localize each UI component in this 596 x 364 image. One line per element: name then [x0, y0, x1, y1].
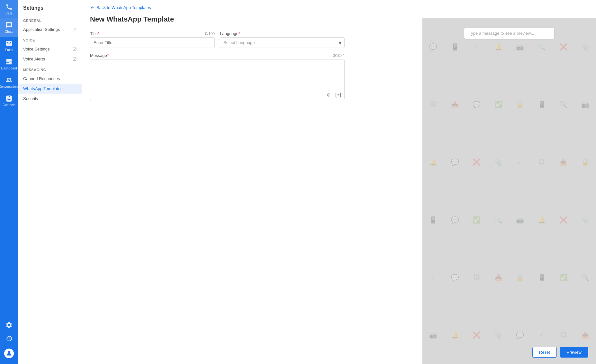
svg-point-0 — [8, 351, 10, 353]
language-select[interactable]: Select Language English Spanish French G… — [220, 37, 345, 48]
contacts-icon — [5, 95, 13, 102]
message-char-count: 0/1024 — [333, 53, 345, 58]
sidebar-item-security[interactable]: Security — [18, 94, 82, 104]
sidebar-item-canned-responses[interactable]: Canned Responses — [18, 74, 82, 84]
chat-icon — [5, 22, 13, 29]
message-toolbar: ☺ [+] — [90, 90, 344, 100]
title-input[interactable] — [90, 37, 215, 48]
external-link-icon — [72, 27, 77, 32]
nav-item-conversations[interactable]: Conversations — [0, 73, 18, 92]
language-label: Language* — [220, 31, 240, 36]
nav-item-history[interactable] — [0, 332, 18, 345]
nav-item-chats[interactable]: Chats — [0, 18, 18, 37]
language-select-wrapper: Select Language English Spanish French G… — [220, 37, 345, 48]
preview-message-box: Type a message to see a preview... — [464, 28, 554, 39]
back-arrow-icon — [90, 5, 95, 10]
settings-sidebar: Settings General Application Settings Vo… — [18, 0, 82, 364]
preview-panel: 💬 📱 ✓ 🔔 📷 🔍 ❌ 📎 🖼 📤 💬 ✅ 🔒 📱 🔍 📷 🔔 💬 ❌ — [422, 18, 596, 364]
nav-item-dashboard[interactable]: Dashboard — [0, 55, 18, 73]
avatar — [4, 349, 14, 358]
nav-item-calls[interactable]: Calls — [0, 0, 18, 18]
nav-item-contacts[interactable]: Contacts — [0, 92, 18, 110]
nav-bottom — [0, 318, 18, 364]
message-group: Message* 0/1024 ☺ [+] — [90, 53, 345, 100]
email-icon — [5, 40, 13, 47]
form-area: Title* 0/100 Language* Select Language E… — [82, 31, 352, 100]
history-icon — [5, 335, 13, 342]
conversations-icon — [5, 77, 13, 84]
emoji-button[interactable]: ☺ — [325, 91, 332, 98]
language-label-row: Language* — [220, 31, 345, 36]
bottom-actions: Reset Preview — [532, 347, 588, 358]
sidebar-item-whatsapp-templates[interactable]: WhatsApp Templates — [18, 84, 82, 94]
nav-item-email[interactable]: Email — [0, 37, 18, 55]
message-label-row: Message* 0/1024 — [90, 53, 345, 58]
title-label: Title* — [90, 31, 99, 36]
title-label-row: Title* 0/100 — [90, 31, 215, 36]
sidebar-item-application-settings[interactable]: Application Settings — [18, 24, 82, 34]
sidebar-item-voice-settings[interactable]: Voice Settings — [18, 44, 82, 54]
dashboard-icon — [5, 58, 13, 65]
external-link-icon-2 — [72, 47, 77, 51]
title-group: Title* 0/100 — [90, 31, 215, 48]
nav-item-profile[interactable] — [0, 345, 18, 364]
language-group: Language* Select Language English Spanis… — [220, 31, 345, 48]
phone-icon — [5, 3, 13, 10]
gear-icon — [5, 322, 13, 329]
sidebar-item-voice-alerts[interactable]: Voice Alerts — [18, 54, 82, 64]
title-language-row: Title* 0/100 Language* Select Language E… — [90, 31, 345, 48]
nav-item-settings[interactable] — [0, 318, 18, 332]
message-label: Message* — [90, 53, 109, 58]
preview-background: 💬 📱 ✓ 🔔 📷 🔍 ❌ 📎 🖼 📤 💬 ✅ 🔒 📱 🔍 📷 🔔 💬 ❌ — [422, 18, 596, 364]
sidebar-section-messaging: Messaging — [18, 64, 82, 74]
external-link-icon-3 — [72, 57, 77, 61]
reset-button[interactable]: Reset — [532, 347, 557, 358]
title-char-count: 0/100 — [205, 32, 215, 36]
back-link[interactable]: Back to WhatsApp Templates — [90, 5, 588, 10]
preview-icons-overlay: 💬 📱 ✓ 🔔 📷 🔍 ❌ 📎 🖼 📤 💬 ✅ 🔒 📱 🔍 📷 🔔 💬 ❌ — [422, 18, 596, 364]
message-textarea[interactable] — [90, 59, 344, 88]
preview-placeholder-text: Type a message to see a preview... — [469, 31, 534, 36]
main-content: Back to WhatsApp Templates New WhatsApp … — [82, 0, 596, 364]
sidebar-title: Settings — [18, 5, 82, 15]
variable-button[interactable]: [+] — [335, 91, 342, 98]
sidebar-section-general: General — [18, 15, 82, 24]
message-textarea-wrapper: ☺ [+] — [90, 59, 345, 100]
sidebar-section-voice: Voice — [18, 34, 82, 44]
nav-bar: Calls Chats Email Dashboard Conversation… — [0, 0, 18, 364]
preview-button[interactable]: Preview — [560, 347, 588, 358]
